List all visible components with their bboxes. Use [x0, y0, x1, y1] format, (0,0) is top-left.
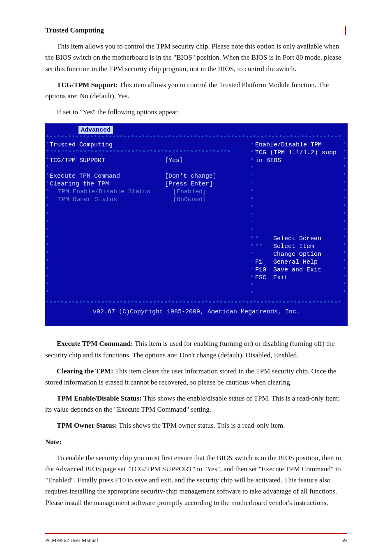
clear-label: Clearing the TPM: [57, 367, 113, 375]
bios-item-value: [Press Enter] [165, 180, 213, 188]
help-key: * [255, 235, 273, 243]
border-mid: * * * * * * * * * * * * * * * * * * * * [250, 141, 254, 297]
help-line: in BIOS [255, 157, 344, 164]
bios-item-label: Execute TPM Command [50, 172, 165, 180]
help-desc: Select Item [273, 243, 314, 250]
section-heading: Trusted Computing [45, 26, 104, 34]
bios-item-value: [Enabled] [173, 188, 206, 196]
bios-item-label: TPM Owner Status [50, 196, 173, 204]
footer-rule [45, 533, 347, 534]
help-desc: Select Screen [273, 235, 321, 243]
tcg-label: TCG/TPM Support: [57, 81, 118, 89]
intro-line1: This item allows you to control the TPM … [45, 41, 347, 74]
help-key: +- [255, 250, 273, 258]
bios-item-clear[interactable]: Clearing the TPM[Press Enter] [50, 180, 249, 188]
footer-model: PCM-9562 User Manual [45, 537, 98, 543]
bios-main-pane: Trusted Computing **********************… [50, 141, 249, 297]
bios-item-exec[interactable]: Execute TPM Command[Don't change] [50, 172, 249, 180]
text-caret [345, 26, 346, 35]
page-footer: PCM-9562 User Manual 59 [45, 537, 347, 544]
exec-label: Execute TPM Command: [57, 340, 133, 348]
border-left: * * * * * * * * * * * * * * * * * * * * [46, 141, 49, 297]
owner-text: This shows the TPM owner status. This is… [119, 422, 285, 429]
note-heading: Note: [45, 436, 347, 447]
owner-label: TPM Owner Status: [57, 422, 117, 429]
bios-item-value: [Yes] [165, 157, 183, 164]
help-desc: General Help [273, 258, 318, 266]
help-key: ** [255, 243, 273, 250]
bios-screenshot: Advanced *******************************… [45, 123, 348, 326]
note-body: To enable the security chip you must fir… [45, 452, 347, 508]
help-desc: Save and Exit [273, 266, 321, 274]
bios-item-label: TPM Enable/Disable Status [50, 188, 173, 196]
bios-footer: v02.67 (C)Copyright 1985-2009, American … [46, 308, 347, 316]
bios-item-tcg[interactable]: TCG/TPM SUPPORT[Yes] [50, 157, 249, 164]
bios-item-value: [Don't change] [165, 172, 217, 180]
bios-tab-advanced[interactable]: Advanced [78, 126, 113, 134]
bios-section-title: Trusted Computing [50, 141, 113, 148]
help-line: TCG (TPM 1.1/1.2) supp [255, 149, 344, 157]
intro-block: Trusted Computing This item allows you t… [45, 25, 347, 118]
help-desc: Change Option [273, 250, 321, 258]
border-bottom: ****************************************… [46, 300, 347, 308]
bios-inner-sep: ****************************************… [50, 149, 249, 157]
help-key: F10 [255, 266, 273, 274]
help-key: F1 [255, 258, 273, 266]
help-key: ESC [255, 274, 273, 282]
notes-block: Execute TPM Command: This item is used f… [45, 338, 347, 508]
bios-item-label: TCG/TPM SUPPORT [50, 157, 165, 164]
bios-item-status: TPM Enable/Disable Status[Enabled] [50, 188, 249, 196]
status-label: TPM Enable/Disable Status: [57, 394, 142, 402]
bios-item-label: Clearing the TPM [50, 180, 165, 188]
yes-note: If set to "Yes" the following options ap… [45, 107, 347, 118]
bios-item-owner: TPM Owner Status[UnOwned] [50, 196, 249, 204]
help-line: Enable/Disable TPM [255, 141, 344, 149]
bios-item-value: [UnOwned] [173, 196, 206, 204]
page-number: 59 [341, 537, 347, 544]
help-desc: Exit [273, 274, 288, 282]
bios-help-pane: Enable/Disable TPM TCG (TPM 1.1/1.2) sup… [255, 141, 344, 297]
